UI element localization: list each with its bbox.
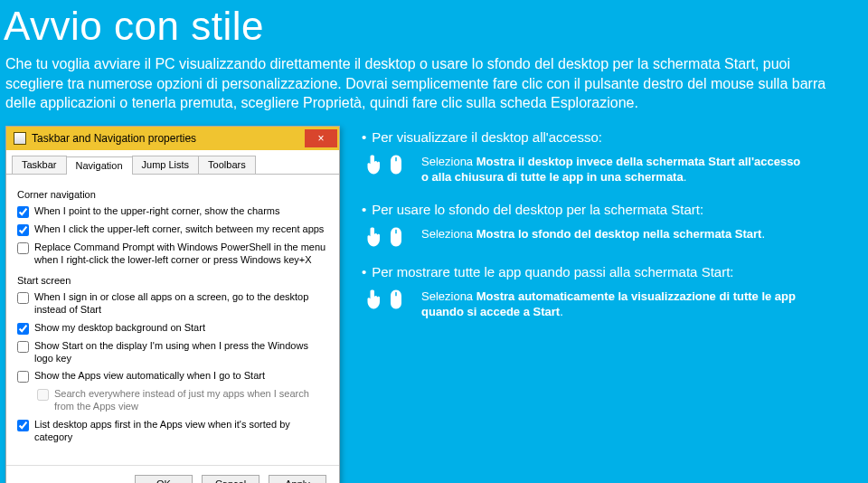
properties-dialog: Taskbar and Navigation properties × Task… xyxy=(5,126,340,483)
opt-list-desktop-first[interactable]: List desktop apps first in the Apps view… xyxy=(17,419,328,444)
checkbox-charms[interactable] xyxy=(17,206,29,218)
opt-powershell-label: Replace Command Prompt with Windows Powe… xyxy=(34,242,328,267)
dialog-button-row: OK Cancel Apply xyxy=(6,465,339,483)
intro-paragraph: Che tu voglia avviare il PC visualizzand… xyxy=(0,54,857,126)
tab-navigation[interactable]: Navigation xyxy=(66,156,133,175)
intro-text-b: , quindi fare clic sulla scheda xyxy=(362,95,551,110)
inst-heading-1: Per visualizzare il desktop all'accesso: xyxy=(362,129,868,145)
close-button[interactable]: × xyxy=(305,129,337,147)
inst-1-b: . xyxy=(684,170,687,184)
intro-text-c: . xyxy=(635,95,638,110)
checkbox-goto-desktop[interactable] xyxy=(17,292,29,304)
inst-1-k: Mostra il desktop invece della schermata… xyxy=(421,155,800,185)
inst-2-k: Mostra lo sfondo del desktop nella scher… xyxy=(476,227,762,241)
tab-jumplists[interactable]: Jump Lists xyxy=(132,156,200,174)
opt-apps-view[interactable]: Show the Apps view automatically when I … xyxy=(17,370,328,383)
hand-icon xyxy=(366,154,382,175)
inst-3-k: Mostra automaticamente la visualizzazion… xyxy=(421,289,796,319)
dialog-title: Taskbar and Navigation properties xyxy=(32,132,305,145)
checkbox-apps-view[interactable] xyxy=(17,371,29,383)
opt-list-desktop-first-label: List desktop apps first in the Apps view… xyxy=(34,419,328,444)
checkbox-list-desktop-first[interactable] xyxy=(17,420,29,431)
inst-heading-2: Per usare lo sfondo del desktop per la s… xyxy=(362,202,868,217)
opt-charms[interactable]: When I point to the upper-right corner, … xyxy=(17,205,328,218)
inst-1-a: Seleziona xyxy=(421,155,476,168)
mouse-icon xyxy=(388,154,404,175)
instructions-panel: Per visualizzare il desktop all'accesso:… xyxy=(362,126,868,483)
opt-start-display-label: Show Start on the display I'm using when… xyxy=(34,340,328,365)
inst-icons-3 xyxy=(362,289,409,310)
inst-3-a: Seleziona xyxy=(421,289,476,303)
section-start-screen: Start screen xyxy=(17,275,328,286)
apply-button[interactable]: Apply xyxy=(269,475,326,483)
section-corner-nav: Corner navigation xyxy=(17,189,328,200)
opt-search-everywhere-label: Search everywhere instead of just my app… xyxy=(54,388,328,413)
opt-apps-view-label: Show the Apps view automatically when I … xyxy=(34,370,328,383)
inst-text-3: Seleziona Mostra automaticamente la visu… xyxy=(421,289,810,320)
mouse-icon xyxy=(388,226,404,248)
opt-search-everywhere[interactable]: Search everywhere instead of just my app… xyxy=(37,388,328,413)
ok-button[interactable]: OK xyxy=(135,475,193,483)
tab-toolbars[interactable]: Toolbars xyxy=(198,156,256,174)
page-title: Avvio con stile xyxy=(0,0,868,54)
opt-switch-label: When I click the upper-left corner, swit… xyxy=(34,223,328,236)
inst-text-2: Seleziona Mostra lo sfondo del desktop n… xyxy=(421,226,765,242)
checkbox-search-everywhere xyxy=(37,389,49,401)
intro-keyword-1: Proprietà xyxy=(303,95,362,110)
dialog-titlebar: Taskbar and Navigation properties × xyxy=(6,127,339,150)
checkbox-start-display[interactable] xyxy=(17,341,29,353)
hand-icon xyxy=(366,289,382,310)
opt-goto-desktop-label: When I sign in or close all apps on a sc… xyxy=(34,291,328,317)
checkbox-switch[interactable] xyxy=(17,224,29,236)
inst-2-b: . xyxy=(761,227,765,241)
opt-powershell[interactable]: Replace Command Prompt with Windows Powe… xyxy=(17,242,328,267)
checkbox-desktop-bg[interactable] xyxy=(17,323,29,335)
opt-charms-label: When I point to the upper-right corner, … xyxy=(34,205,328,218)
intro-keyword-2: Esplorazione xyxy=(551,95,635,110)
hand-icon xyxy=(366,226,382,248)
inst-icons-1 xyxy=(362,154,409,175)
opt-desktop-bg-label: Show my desktop background on Start xyxy=(34,322,328,335)
dialog-body: Corner navigation When I point to the up… xyxy=(6,175,339,460)
opt-desktop-bg[interactable]: Show my desktop background on Start xyxy=(17,322,328,335)
opt-start-display[interactable]: Show Start on the display I'm using when… xyxy=(17,340,328,365)
cancel-button[interactable]: Cancel xyxy=(202,475,259,483)
inst-text-1: Seleziona Mostra il desktop invece della… xyxy=(421,154,810,185)
inst-2-a: Seleziona xyxy=(421,227,476,241)
dialog-tabs: Taskbar Navigation Jump Lists Toolbars xyxy=(6,150,339,175)
inst-3-b: . xyxy=(560,305,563,318)
opt-goto-desktop[interactable]: When I sign in or close all apps on a sc… xyxy=(17,291,328,317)
tab-taskbar[interactable]: Taskbar xyxy=(12,156,67,174)
inst-heading-3: Per mostrare tutte le app quando passi a… xyxy=(362,264,868,279)
dialog-icon xyxy=(14,132,26,145)
opt-switch[interactable]: When I click the upper-left corner, swit… xyxy=(17,223,328,236)
checkbox-powershell[interactable] xyxy=(17,242,29,254)
mouse-icon xyxy=(388,289,404,310)
inst-icons-2 xyxy=(362,226,409,248)
